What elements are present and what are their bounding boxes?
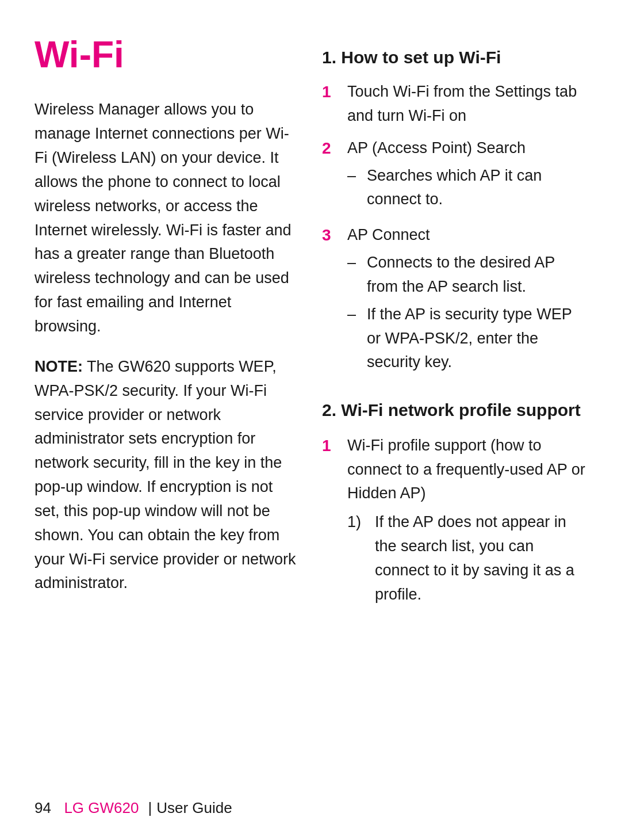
item-number: 1 [322, 434, 344, 458]
item-number: 2 [322, 136, 344, 161]
sub-text: Connects to the desired AP from the AP s… [367, 251, 586, 299]
sub-sub-list: 1) If the AP does not appear in the sear… [347, 510, 586, 606]
section2-heading: 2. Wi-Fi network profile support [322, 399, 586, 422]
item-number: 3 [322, 223, 344, 247]
sub-item: – If the AP is security type WEP or WPA-… [347, 303, 586, 375]
sub-text: Searches which AP it can connect to. [367, 164, 586, 212]
sub-sub-item: 1) If the AP does not appear in the sear… [347, 510, 586, 606]
item-content: AP Connect – Connects to the desired AP … [347, 223, 586, 378]
dash-icon: – [347, 251, 363, 275]
item-content: Touch Wi-Fi from the Settings tab and tu… [347, 80, 586, 128]
footer-separator: | [148, 799, 152, 817]
sub-list: – Connects to the desired AP from the AP… [347, 251, 586, 375]
item-text: AP Connect [347, 226, 430, 243]
list-item: 1 Touch Wi-Fi from the Settings tab and … [322, 80, 586, 128]
list-item: 2 AP (Access Point) Search – Searches wh… [322, 136, 586, 216]
sub-item: – Searches which AP it can connect to. [347, 164, 586, 212]
right-column: 1. How to set up Wi-Fi 1 Touch Wi-Fi fro… [322, 35, 586, 618]
page-footer: 94 LG GW620 | User Guide [34, 799, 232, 817]
note-body: The GW620 supports WEP, WPA-PSK/2 securi… [34, 358, 296, 592]
item-content: Wi-Fi profile support (how to connect to… [347, 434, 586, 610]
note-paragraph: NOTE: The GW620 supports WEP, WPA-PSK/2 … [34, 355, 299, 595]
brand-text: LG GW620 [64, 799, 139, 816]
list-item: 1 Wi-Fi profile support (how to connect … [322, 434, 586, 610]
section1-heading: 1. How to set up Wi-Fi [322, 46, 586, 68]
sub-item: – Connects to the desired AP from the AP… [347, 251, 586, 299]
footer-brand: LG GW620 [56, 799, 139, 817]
sub-text: If the AP is security type WEP or WPA-PS… [367, 303, 586, 375]
footer-guide-text: User Guide [156, 799, 232, 817]
footer-page-number: 94 [34, 799, 51, 817]
item-number: 1 [322, 80, 344, 104]
list-item: 3 AP Connect – Connects to the desired A… [322, 223, 586, 378]
section2-list: 1 Wi-Fi profile support (how to connect … [322, 434, 586, 610]
section1-list: 1 Touch Wi-Fi from the Settings tab and … [322, 80, 586, 378]
page-content: Wi-Fi Wireless Manager allows you to man… [0, 0, 621, 653]
item-text: AP (Access Point) Search [347, 139, 526, 156]
sub-sub-text: If the AP does not appear in the search … [375, 510, 586, 606]
body-paragraph: Wireless Manager allows you to manage In… [34, 98, 299, 338]
sub-list: – Searches which AP it can connect to. [347, 164, 586, 212]
dash-icon: – [347, 164, 363, 188]
page-title: Wi-Fi [34, 35, 299, 75]
dash-icon: – [347, 303, 363, 327]
item-text: Touch Wi-Fi from the Settings tab and tu… [347, 83, 577, 124]
note-label: NOTE: [34, 358, 83, 375]
item-text: Wi-Fi profile support (how to connect to… [347, 437, 585, 502]
item-content: AP (Access Point) Search – Searches whic… [347, 136, 586, 216]
sub-sub-num: 1) [347, 510, 371, 534]
left-column: Wi-Fi Wireless Manager allows you to man… [34, 35, 299, 618]
